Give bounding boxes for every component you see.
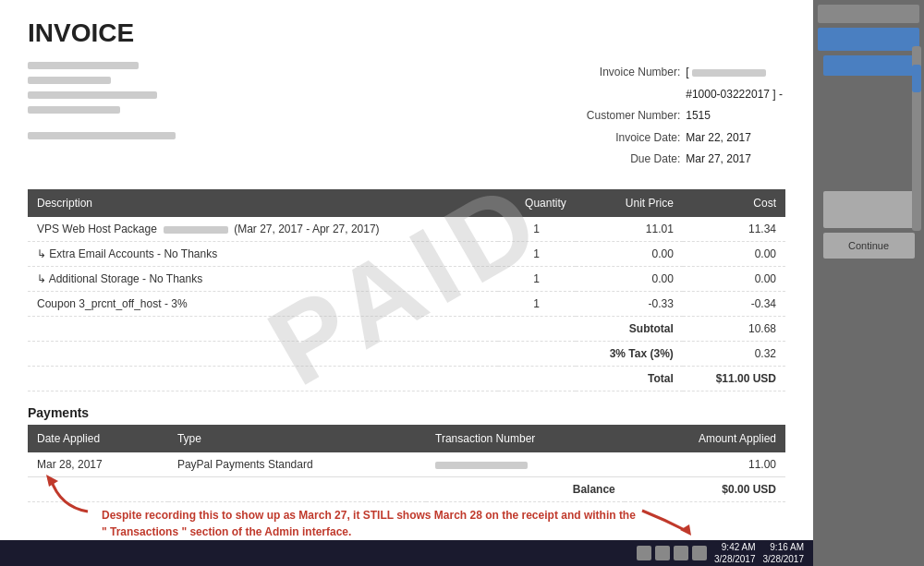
taskbar-time-1: 9:42 AM 3/28/2017 [714,541,756,565]
row2-qty: 1 [498,241,576,266]
row2-cost: 0.00 [683,241,785,266]
row3-unit-price: 0.00 [576,266,683,291]
sidebar-scroll-thumb[interactable] [912,65,921,92]
tax-row: 3% Tax (3%) 0.32 [28,341,785,366]
row3-cost: 0.00 [683,266,785,291]
taskbar: 9:42 AM 3/28/2017 9:16 AM 3/28/2017 [0,540,813,566]
arrow-right-icon [638,506,693,538]
invoice-meta: Invoice Number: [ #1000-03222017 ] - Cus… [584,62,785,171]
invoice-title: INVOICE [28,18,785,48]
annotation-text: Despite recording this to show up as Mar… [102,507,638,540]
balance-row: Balance $0.00 USD [28,476,785,501]
taskbar-icon-3 [674,546,688,560]
subtotal-value: 10.68 [683,316,785,341]
customer-number-value: 1515 [683,105,785,127]
taskbar-icon-2 [655,546,670,560]
taskbar-icon-1 [637,546,651,560]
invoice-table: Description Quantity Unit Price Cost VPS… [28,189,785,391]
invoice-date-row: Invoice Date: Mar 22, 2017 [584,127,785,150]
customer-number-label: Customer Number: [584,105,683,127]
invoice-table-header-row: Description Quantity Unit Price Cost [28,189,785,217]
invoice-meta-table: Invoice Number: [ #1000-03222017 ] - Cus… [584,62,785,171]
table-row: Coupon 3_prcnt_off_host - 3% 1 -0.33 -0.… [28,291,785,316]
company-info [28,62,176,171]
row4-cost: -0.34 [683,291,785,316]
right-sidebar: Continue [813,0,924,566]
customer-number-row: Customer Number: 1515 [584,105,785,127]
row1-unit-price: 11.01 [576,217,683,242]
tax-value: 0.32 [683,341,785,366]
sidebar-top-bar [818,5,919,23]
row2-desc: ↳ Extra Email Accounts - No Thanks [28,241,498,266]
payments-title: Payments [28,405,785,420]
due-date-row: Due Date: Mar 27, 2017 [584,149,785,171]
balance-label: Balance [426,476,625,501]
row4-desc: Coupon 3_prcnt_off_host - 3% [28,291,498,316]
taskbar-icon-4 [692,546,707,560]
col-unit-price: Unit Price [576,189,683,217]
col-type: Type [168,425,426,452]
row3-qty: 1 [498,266,576,291]
time-display-1: 9:42 AM [714,541,756,553]
table-row: ↳ Extra Email Accounts - No Thanks 1 0.0… [28,241,785,266]
invoice-number-row: Invoice Number: [ [584,62,785,84]
invoice-header: Invoice Number: [ #1000-03222017 ] - Cus… [28,62,785,171]
col-description: Description [28,189,498,217]
col-date-applied: Date Applied [28,425,168,452]
row1-qty: 1 [498,217,576,242]
invoice-number-label: Invoice Number: [584,62,683,84]
payments-section: Payments Date Applied Type Transaction N… [28,405,785,502]
col-quantity: Quantity [498,189,576,217]
redacted-address-1 [28,62,139,69]
redacted-package-name [164,226,228,234]
row3-desc: ↳ Additional Storage - No Thanks [28,266,498,291]
date-display-1: 3/28/2017 [714,553,756,565]
payment-amount: 11.00 [625,452,785,477]
sidebar-blue-bar [818,28,919,51]
redacted-address-4 [28,106,120,114]
redacted-address-5 [28,132,176,139]
row1-cost: 11.34 [683,217,785,242]
redacted-transaction-number [435,462,528,469]
time-display-2: 9:16 AM [763,541,805,553]
subtotal-label: Subtotal [576,316,683,341]
invoice-date-label: Invoice Date: [584,127,683,150]
invoice-number-value2: #1000-03222017 ] - [683,84,785,106]
row1-desc: VPS Web Host Package (Mar 27, 2017 - Apr… [28,217,498,242]
due-date-value: Mar 27, 2017 [683,149,785,171]
balance-value: $0.00 USD [625,476,785,501]
redacted-address-2 [28,77,111,84]
tax-label: 3% Tax (3%) [576,341,683,366]
taskbar-icons [637,546,707,560]
total-label: Total [576,366,683,391]
redacted-inv-num [692,69,766,77]
taskbar-time-2: 9:16 AM 3/28/2017 [763,541,805,565]
table-row: ↳ Additional Storage - No Thanks 1 0.00 … [28,266,785,291]
table-row: VPS Web Host Package (Mar 27, 2017 - Apr… [28,217,785,242]
payment-type: PayPal Payments Standard [168,452,426,477]
total-value: $11.00 USD [683,366,785,391]
row2-unit-price: 0.00 [576,241,683,266]
row4-qty: 1 [498,291,576,316]
row4-unit-price: -0.33 [576,291,683,316]
invoice-number-value: [ [683,62,785,84]
continue-button[interactable]: Continue [823,233,915,259]
col-cost: Cost [683,189,785,217]
invoice-number-row2: #1000-03222017 ] - [584,84,785,106]
sidebar-gray-box [823,191,915,228]
payments-row: Mar 28, 2017 PayPal Payments Standard 11… [28,452,785,477]
payments-table: Date Applied Type Transaction Number Amo… [28,425,785,502]
sidebar-input-mock [823,55,915,76]
svg-marker-1 [680,524,691,536]
redacted-address-3 [28,91,157,99]
subtotal-row: Subtotal 10.68 [28,316,785,341]
total-row: Total $11.00 USD [28,366,785,391]
arrow-left-icon [42,470,97,516]
payment-transaction [426,452,625,477]
date-display-2: 3/28/2017 [763,553,805,565]
invoice-date-value: Mar 22, 2017 [683,127,785,150]
col-transaction-number: Transaction Number [426,425,625,452]
col-amount-applied: Amount Applied [625,425,785,452]
payments-header-row: Date Applied Type Transaction Number Amo… [28,425,785,452]
sidebar-scrollbar[interactable] [912,46,921,231]
